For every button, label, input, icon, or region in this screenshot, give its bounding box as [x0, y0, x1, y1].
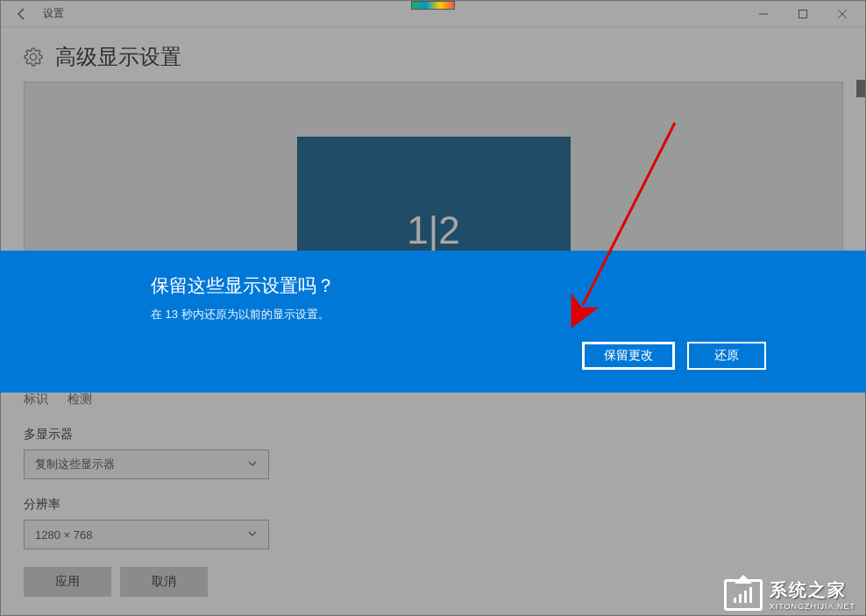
cancel-button[interactable]: 取消: [120, 567, 208, 597]
watermark-house-icon: [724, 579, 763, 611]
watermark-text-en: XITONGZHIJIA.NET: [770, 602, 855, 611]
maximize-icon: [799, 10, 807, 18]
window-controls: [743, 1, 862, 26]
display-action-links: 标识 检测: [24, 392, 842, 407]
watermark: 系统之家 XITONGZHIJIA.NET: [724, 578, 855, 611]
maximize-button[interactable]: [783, 1, 822, 26]
page-header: 高级显示设置: [24, 43, 842, 71]
dialog-message: 在 13 秒内还原为以前的显示设置。: [151, 307, 866, 322]
side-tab-decoration: [856, 80, 865, 97]
resolution-label: 分辨率: [24, 497, 842, 513]
debug-color-strip: [411, 1, 455, 10]
resolution-select[interactable]: 1280 × 768: [24, 520, 269, 549]
apply-button[interactable]: 应用: [24, 567, 111, 597]
resolution-value: 1280 × 768: [35, 528, 92, 542]
page-title: 高级显示设置: [55, 43, 181, 71]
action-button-row: 应用 取消: [24, 567, 842, 597]
multi-display-label: 多显示器: [24, 427, 842, 443]
close-button[interactable]: [822, 1, 862, 26]
chevron-down-icon: [247, 458, 258, 471]
dialog-button-row: 保留更改 还原: [582, 342, 766, 370]
keep-changes-button[interactable]: 保留更改: [582, 342, 675, 370]
dialog-title: 保留这些显示设置吗？: [151, 273, 866, 298]
svg-rect-1: [799, 10, 806, 18]
multi-display-value: 复制这些显示器: [35, 457, 115, 472]
monitor-id-label: 1|2: [407, 209, 459, 252]
back-arrow-icon: [15, 7, 29, 21]
detect-link[interactable]: 检测: [67, 392, 92, 407]
multi-display-select[interactable]: 复制这些显示器: [24, 450, 269, 479]
back-button[interactable]: [4, 1, 39, 26]
close-icon: [838, 10, 847, 18]
gear-icon: [24, 47, 43, 67]
minimize-icon: [759, 10, 768, 18]
identify-link[interactable]: 标识: [24, 392, 48, 407]
revert-button[interactable]: 还原: [687, 342, 766, 370]
window-title: 设置: [43, 6, 64, 21]
watermark-text-cn: 系统之家: [770, 578, 855, 602]
keep-settings-dialog: 保留这些显示设置吗？ 在 13 秒内还原为以前的显示设置。 保留更改 还原: [0, 251, 866, 393]
minimize-button[interactable]: [743, 1, 783, 26]
chevron-down-icon: [247, 528, 258, 542]
